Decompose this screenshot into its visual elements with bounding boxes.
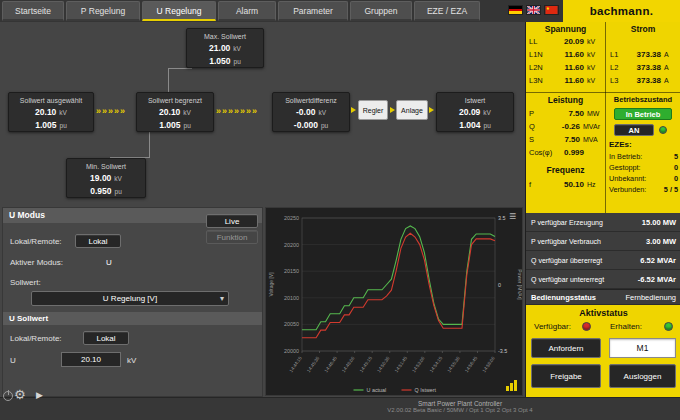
tab-gruppen[interactable]: Gruppen: [350, 1, 412, 21]
erhalten-label: Erhalten:: [610, 322, 642, 331]
box-title: Sollwertdifferenz: [273, 93, 349, 106]
china-flag-icon[interactable]: [544, 5, 559, 15]
avail-row: Q verfügbar untererregt-6.52 MVAr: [526, 270, 680, 289]
unit: kV: [59, 107, 67, 119]
lokal-remote-toggle[interactable]: Lokal: [75, 234, 121, 248]
lokal-remote-label: Lokal/Remote:: [10, 334, 62, 343]
tab-u-regelung[interactable]: U Regelung: [142, 1, 216, 21]
ausloggen-button[interactable]: Ausloggen: [609, 364, 676, 388]
q-row: Q-0.26MVAr: [529, 122, 602, 131]
trend-chart: 2000020050201002015020200202503.50-3.514…: [266, 208, 522, 395]
svg-text:3.5: 3.5: [498, 215, 506, 221]
master-id-field: M1: [609, 338, 676, 358]
label: LL: [529, 37, 553, 46]
histogram-icon[interactable]: [506, 380, 517, 391]
svg-text:14:45:30: 14:45:30: [306, 355, 321, 373]
box-title: Max. Sollwert: [187, 29, 263, 42]
svg-text:14:55:30: 14:55:30: [446, 355, 461, 373]
unit: MVA: [580, 136, 602, 143]
avail-row: P verfügbar Erzeugung15.00 MW: [526, 213, 680, 232]
tab-p-regelung[interactable]: P Regelung: [66, 1, 140, 21]
istwert-box: Istwert 20.09kV 1.004pu: [436, 92, 514, 132]
value: 20.10: [35, 106, 56, 118]
bachmann-logo: bachmann.: [563, 0, 680, 22]
uk-flag-icon[interactable]: [526, 5, 541, 15]
unit: pu: [115, 186, 122, 198]
measurement-panel: Spannung Strom LL20.09kV L1N11.60kV L2N1…: [525, 22, 680, 397]
chart-menu-icon[interactable]: ≡: [509, 209, 516, 223]
svg-text:-3.5: -3.5: [498, 348, 507, 354]
label: Q: [529, 122, 545, 131]
l3n-row: L3N11.60kV: [529, 76, 602, 85]
tab-eze-eza[interactable]: EZE / EZA: [414, 1, 480, 21]
svg-text:20200: 20200: [284, 242, 299, 248]
u-lokal-remote-toggle[interactable]: Lokal: [83, 331, 129, 345]
unit: Hz: [584, 181, 602, 188]
value: 21.00: [209, 42, 230, 54]
freigabe-button[interactable]: Freigabe: [531, 364, 601, 388]
aktiver-modus-value: U: [106, 258, 112, 267]
top-nav: Startseite P Regelung U Regelung Alarm P…: [0, 0, 680, 22]
an-toggle-button[interactable]: AN: [614, 124, 654, 136]
value: 0: [674, 174, 678, 183]
tab-alarm[interactable]: Alarm: [218, 1, 276, 21]
l2n-row: L2N11.60kV: [529, 63, 602, 72]
value: 1.005: [35, 119, 56, 131]
play-icon[interactable]: ▶: [36, 390, 43, 400]
app-window: Startseite P Regelung U Regelung Alarm P…: [0, 0, 680, 420]
svg-text:20050: 20050: [284, 321, 299, 327]
u-setpoint-input[interactable]: [61, 352, 121, 367]
label: Q verfügbar übererregt: [531, 257, 602, 264]
divider: [605, 22, 606, 213]
version-string: V2.00.02 Beta Basic / 50MW / Opt 1 Opt 2…: [300, 407, 620, 413]
value: 15.00 MW: [642, 218, 676, 227]
unit: MVAr: [580, 123, 602, 130]
l1n-row: L1N11.60kV: [529, 50, 602, 59]
status-bar: Smart Power Plant Controller V2.00.02 Be…: [0, 397, 680, 420]
value: -0.000: [294, 119, 318, 131]
svg-text:U actual: U actual: [367, 387, 387, 393]
value: 11.60: [553, 76, 584, 85]
unit: pu: [234, 56, 241, 68]
value: 5 / 5: [664, 185, 678, 194]
svg-text:14:54:15: 14:54:15: [429, 355, 444, 373]
anlage-box: Anlage: [396, 100, 428, 120]
funktion-button[interactable]: Funktion: [206, 230, 258, 244]
in-betrieb-status-button[interactable]: In Betrieb: [614, 108, 672, 120]
german-flag-icon[interactable]: [508, 5, 523, 15]
controller-title: Smart Power Plant Controller: [300, 400, 620, 407]
tab-startseite[interactable]: Startseite: [2, 1, 64, 21]
aktiver-modus-label: Aktiver Modus:: [10, 258, 63, 267]
version-info: Smart Power Plant Controller V2.00.02 Be…: [300, 400, 620, 413]
tab-parameter[interactable]: Parameter: [278, 1, 348, 21]
bar: [510, 383, 513, 391]
svg-text:20150: 20150: [284, 268, 299, 274]
svg-text:14:58:00: 14:58:00: [481, 355, 496, 373]
sollwert-label: Sollwert:: [10, 278, 41, 287]
u-unit-label: kV: [127, 356, 136, 365]
svg-text:Voltage [V]: Voltage [V]: [268, 272, 274, 297]
label: L3: [610, 76, 626, 85]
divider: [526, 92, 680, 93]
u-label: U: [10, 356, 16, 365]
box-title: Sollwert ausgewählt: [9, 93, 93, 106]
l2-row: L2373.38A: [610, 63, 679, 72]
value: 20.09: [459, 106, 480, 118]
svg-text:20250: 20250: [284, 215, 299, 221]
label: P verfügbar Erzeugung: [531, 219, 603, 226]
value: 5: [674, 152, 678, 161]
erhalten-led: [664, 322, 673, 331]
power-icon[interactable]: [3, 391, 13, 401]
label: f: [529, 180, 545, 189]
sollwert-mode-dropdown[interactable]: U Regelung [V] ▾: [31, 291, 229, 306]
label: L1: [610, 50, 626, 59]
anfordern-button[interactable]: Anfordern: [531, 338, 601, 358]
label: Q verfügbar untererregt: [531, 276, 604, 283]
label: Unbekannt:: [609, 174, 646, 183]
label: L1N: [529, 50, 553, 59]
l1-row: L1373.38A: [610, 50, 679, 59]
gear-icon[interactable]: ⚙: [14, 388, 26, 401]
chevron-down-icon: ▾: [220, 294, 224, 303]
u-sollwert-section-title: U Sollwert: [3, 312, 262, 325]
live-button[interactable]: Live: [206, 214, 258, 228]
